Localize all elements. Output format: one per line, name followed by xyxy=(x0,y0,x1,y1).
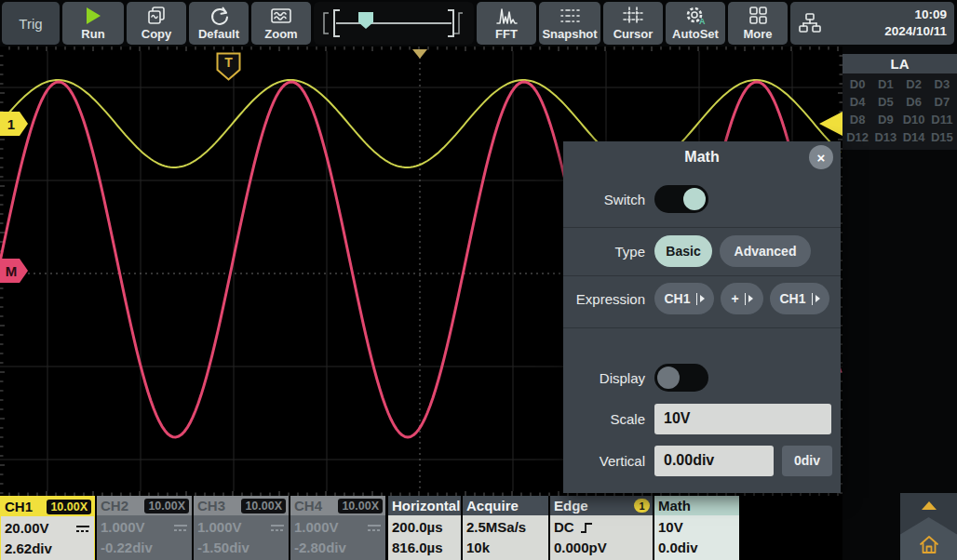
rising-edge-icon xyxy=(579,521,594,535)
math-display-toggle[interactable] xyxy=(654,364,708,392)
type-advanced-button[interactable]: Advanced xyxy=(720,235,811,267)
autoset-button[interactable]: A AutoSet xyxy=(666,2,725,45)
math-dialog: Math × Switch Type Basic Advanced Expres… xyxy=(563,141,841,493)
scale-input[interactable]: 10V xyxy=(654,404,831,434)
la-channel[interactable]: D2 xyxy=(900,75,928,93)
more-button[interactable]: More xyxy=(728,2,788,45)
edge-title: Edge xyxy=(554,498,588,513)
expression-source2-dropdown[interactable]: CH1 xyxy=(770,283,829,314)
math-switch-toggle[interactable] xyxy=(654,185,708,213)
edge-trigger-tile[interactable]: Edge 1 DC 0.000pV xyxy=(550,496,653,560)
home-button[interactable] xyxy=(900,517,957,560)
la-channel[interactable]: D1 xyxy=(871,75,899,93)
trigger-position-slider-graphic xyxy=(317,7,470,39)
dc-coupling-icon xyxy=(173,522,188,533)
math-marker-label: M xyxy=(6,263,18,279)
acquire-tile[interactable]: Acquire 2.5MSa/s 10k xyxy=(463,496,548,560)
channel-name: CH3 xyxy=(197,498,225,513)
type-basic-label: Basic xyxy=(666,244,700,259)
close-button[interactable]: × xyxy=(809,145,833,169)
expression-label: Expression xyxy=(563,291,645,307)
channel-scale: 1.000V xyxy=(101,517,145,538)
la-channel[interactable]: D15 xyxy=(928,128,956,146)
la-channel[interactable]: D14 xyxy=(900,128,928,146)
channel-position: -1.50div xyxy=(197,538,285,558)
fft-label: FFT xyxy=(495,27,518,41)
switch-label: Switch xyxy=(563,192,645,207)
dropdown-icon xyxy=(745,293,753,305)
la-channel[interactable]: D4 xyxy=(843,93,871,111)
expression-operator-value: + xyxy=(731,291,738,306)
trigger-position-marker[interactable] xyxy=(412,49,427,59)
channel-tile-ch3[interactable]: CH310.00X 1.000V -1.50div xyxy=(194,496,289,560)
dc-coupling-icon xyxy=(75,523,90,534)
math-scale-value: 10V xyxy=(658,517,735,538)
copy-label: Copy xyxy=(142,27,172,41)
autoset-gear-icon: A xyxy=(684,6,707,26)
snapshot-label: Snapshot xyxy=(542,27,597,41)
la-channel[interactable]: D8 xyxy=(843,111,871,128)
trigger-status-label: Trig xyxy=(19,16,42,32)
system-status-tile[interactable]: 10:09 2024/10/11 xyxy=(790,2,954,45)
oscilloscope-screen: Trig Run Copy Default xyxy=(0,0,957,560)
la-channel[interactable]: D3 xyxy=(928,75,956,93)
acquire-title: Acquire xyxy=(463,496,548,515)
channel-tile-ch2[interactable]: CH210.00X 1.000V -0.22div xyxy=(97,496,192,560)
la-channel-grid: D0 D1 D2 D3 D4 D5 D6 D7 D8 D9 D10 D11 D1… xyxy=(842,73,957,150)
copy-button[interactable]: Copy xyxy=(127,2,186,45)
zoom-label: Zoom xyxy=(264,27,297,41)
zoom-waveform-icon xyxy=(270,6,292,26)
vertical-input[interactable]: 0.00div xyxy=(654,446,774,476)
run-button[interactable]: Run xyxy=(62,2,124,45)
default-button[interactable]: Default xyxy=(189,2,249,45)
channel-tile-ch4[interactable]: CH410.00X 1.000V -2.80div xyxy=(290,496,385,560)
math-position-value: 0.0div xyxy=(658,538,735,558)
timebase-value: 200.0µs xyxy=(392,517,457,538)
expression-operator-dropdown[interactable]: + xyxy=(721,283,763,314)
zoom-button[interactable]: Zoom xyxy=(251,2,311,45)
channel-scale: 1.000V xyxy=(294,517,339,538)
trigger-coupling: DC xyxy=(554,517,574,538)
la-channel[interactable]: D10 xyxy=(900,111,928,128)
math-status-tile[interactable]: Math 10V 0.0div xyxy=(654,496,739,560)
expression-source1-dropdown[interactable]: CH1 xyxy=(654,283,714,314)
horizontal-title: Horizontal xyxy=(388,496,461,515)
la-channel[interactable]: D7 xyxy=(928,93,956,111)
default-reset-icon xyxy=(209,6,229,26)
vertical-label: Vertical xyxy=(563,453,645,469)
trigger-level-value: 0.000pV xyxy=(554,538,649,558)
la-panel[interactable]: LA D0 D1 D2 D3 D4 D5 D6 D7 D8 D9 D10 D11… xyxy=(842,54,957,150)
trigger-time-marker[interactable]: T xyxy=(216,52,241,85)
cursor-button[interactable]: Cursor xyxy=(603,2,663,45)
math-title: Math xyxy=(654,496,739,515)
home-icon xyxy=(917,532,941,556)
dropdown-icon xyxy=(812,293,820,305)
display-label: Display xyxy=(563,370,645,386)
la-channel[interactable]: D12 xyxy=(843,128,871,146)
type-basic-button[interactable]: Basic xyxy=(654,235,712,267)
collapse-up-icon[interactable] xyxy=(922,501,937,510)
trigger-position-slider[interactable] xyxy=(314,2,474,45)
top-toolbar: Trig Run Copy Default xyxy=(0,0,957,47)
ch1-marker-label: 1 xyxy=(7,116,15,132)
channel-scale: 20.00V xyxy=(5,518,49,539)
fft-button[interactable]: FFT xyxy=(477,2,536,45)
network-icon xyxy=(798,12,822,34)
cursor-label: Cursor xyxy=(613,27,654,41)
expression-source2-value: CH1 xyxy=(779,291,805,306)
horizontal-delay-value: 816.0µs xyxy=(392,538,457,558)
la-channel[interactable]: D6 xyxy=(900,93,928,111)
snapshot-button[interactable]: Snapshot xyxy=(539,2,600,45)
la-channel[interactable]: D9 xyxy=(871,111,899,128)
trigger-status-button[interactable]: Trig xyxy=(2,2,60,45)
trigger-marker-label: T xyxy=(224,55,233,70)
la-channel[interactable]: D5 xyxy=(871,93,899,111)
la-channel[interactable]: D13 xyxy=(871,128,899,146)
la-channel[interactable]: D11 xyxy=(928,111,956,128)
la-channel[interactable]: D0 xyxy=(843,75,871,93)
dc-coupling-icon xyxy=(367,522,382,533)
channel-name: CH2 xyxy=(101,498,128,513)
horizontal-tile[interactable]: Horizontal 200.0µs 816.0µs xyxy=(388,496,461,560)
vertical-zero-button[interactable]: 0div xyxy=(782,446,832,476)
channel-tile-ch1[interactable]: CH110.00X 20.00V 2.62div xyxy=(0,496,95,560)
